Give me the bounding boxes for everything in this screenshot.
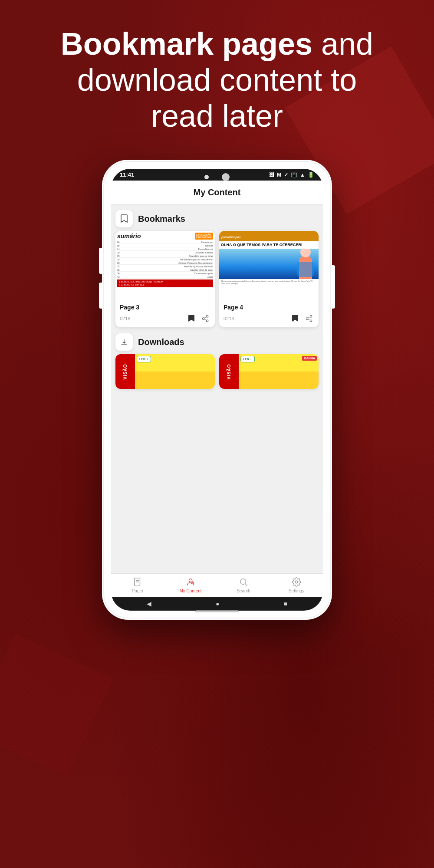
wifi-icon: ▲ (300, 172, 305, 178)
status-time: 11:41 (120, 171, 134, 178)
downloads-section-header: Downloads (115, 333, 319, 351)
settings-icon (292, 577, 301, 587)
page3-footer: 0218 (120, 313, 210, 324)
mag4-photo (219, 249, 319, 279)
back-btn[interactable]: ◀ (147, 600, 151, 607)
page4-bookmark-btn[interactable] (290, 313, 300, 324)
home-btn-android[interactable]: ● (216, 600, 219, 607)
mag3-promo: 1 BILHETE DOLPHIN EMOTIONS PREMIUM+ 20 B… (117, 279, 213, 287)
recents-btn[interactable]: ■ (284, 600, 287, 607)
mag3-row-1: 04Passatempo (117, 240, 213, 244)
page3-share-btn[interactable] (200, 313, 210, 324)
downloads-section: Downloads VISÃO LER+ (115, 333, 319, 389)
nav-search-label: Search (237, 589, 250, 593)
app-header: My Content (111, 181, 323, 205)
visao-label-2: VISÃO (227, 364, 231, 379)
mag3-row-7: 28Animais. Pequenos. Mas perigosos! (117, 261, 213, 265)
mag3-row-2: 08Notícias (117, 244, 213, 247)
mag3-row-11: 42Jogos (117, 275, 213, 279)
svg-line-6 (245, 584, 247, 586)
download-deco-1 (135, 372, 215, 389)
download-yellow-2: LER+ GANHA (239, 354, 319, 389)
visao-label-1: VISÃO (123, 364, 128, 379)
downloads-icon-container (115, 333, 133, 351)
page4-card[interactable]: passatempos OLHA O QUE TEMOS PARA TE OFE… (219, 231, 319, 327)
download-card-1[interactable]: VISÃO LER+ (115, 354, 215, 389)
paper-icon (133, 577, 142, 587)
bookmarks-card-grid: ESTA EDIÇÃOÉ INTERATIVA! sumário 04Passa… (115, 231, 319, 327)
page3-info: Page 3 0218 (115, 300, 215, 327)
nav-my-content[interactable]: My Content (164, 574, 217, 597)
mag3-row-3: 14Factos bizarros (117, 247, 213, 251)
volume-up-button (99, 248, 102, 274)
mag4-content: passatempos OLHA O QUE TEMOS PARA TE OFE… (219, 231, 319, 300)
mag4-life-vest (297, 262, 314, 277)
check-icon: ✓ (284, 172, 288, 178)
mag3-content: ESTA EDIÇÃOÉ INTERATIVA! sumário 04Passa… (115, 231, 215, 300)
download-yellow-1: LER+ (135, 354, 215, 389)
page4-thumbnail: passatempos OLHA O QUE TEMOS PARA TE OFE… (219, 231, 319, 300)
mag3-row-6: 26Há dobrados para os mais ativos? (117, 258, 213, 261)
page4-info: Page 4 0218 (219, 300, 319, 327)
share-icon-2 (305, 315, 313, 322)
page4-footer: 0218 (224, 313, 314, 324)
nav-paper[interactable]: Paper (111, 574, 164, 597)
download-icon (120, 337, 128, 347)
page3-id: 0218 (120, 316, 130, 321)
nav-my-content-label: My Content (179, 589, 201, 593)
phone-mockup: 11:41 🖼 M ✓ 📳 ▲ 🔋 My Content (0, 160, 434, 620)
page4-actions (290, 313, 314, 324)
page3-card[interactable]: ESTA EDIÇÃOÉ INTERATIVA! sumário 04Passa… (115, 231, 215, 327)
nav-settings-label: Settings (289, 589, 304, 593)
nav-search[interactable]: Search (217, 574, 270, 597)
page3-bookmark-btn[interactable] (186, 313, 197, 324)
volume-down-button (99, 283, 102, 309)
page4-share-btn[interactable] (304, 313, 314, 324)
ler-badge-1: LER+ (137, 356, 151, 362)
photo-icon: 🖼 (269, 172, 274, 178)
phone-body: 11:41 🖼 M ✓ 📳 ▲ 🔋 My Content (102, 160, 332, 620)
bookmark-icon (120, 214, 128, 224)
download-red-strip-2: VISÃO (219, 354, 239, 389)
gmail-icon: M (277, 172, 281, 178)
page4-label: Page 4 (224, 304, 314, 311)
download-card-2[interactable]: VISÃO LER+ GANHA (219, 354, 319, 389)
hero-section: Bookmark pages anddownload content torea… (0, 0, 434, 151)
bottom-nav: Paper My Content Searc (111, 573, 323, 597)
hero-bold-text: Bookmark pages (61, 26, 312, 61)
status-icons: 🖼 M ✓ 📳 ▲ 🔋 (269, 172, 314, 178)
nav-settings[interactable]: Settings (270, 574, 323, 597)
vibrate-icon: 📳 (291, 172, 297, 178)
download-red-strip-1: VISÃO (115, 354, 135, 389)
page3-actions (186, 313, 210, 324)
mag4-tag: passatempos (221, 236, 241, 239)
phone-screen: 11:41 🖼 M ✓ 📳 ▲ 🔋 My Content (111, 169, 323, 611)
ler-badge-2: LER+ (240, 356, 255, 362)
mag4-headline: OLHA O QUE TEMOS PARA TE OFERECER! (219, 241, 319, 248)
nav-paper-label: Paper (132, 589, 144, 593)
app-title: My Content (194, 187, 241, 197)
downloads-card-grid: VISÃO LER+ (115, 354, 319, 389)
page3-label: Page 3 (120, 304, 210, 311)
download-deco-2 (239, 372, 319, 389)
bookmark-filled-icon (188, 314, 195, 323)
bookmarks-section: Bookmarks ESTA EDIÇÃOÉ INTERATIVA! sumár… (115, 210, 319, 327)
ganha-badge: GANHA (302, 356, 317, 361)
mag3-row-10: 38Do território a praia (117, 272, 213, 275)
mag4-top-bar: passatempos (219, 231, 319, 241)
svg-point-5 (240, 579, 246, 585)
camera-lens (222, 173, 230, 181)
mag3-badge: ESTA EDIÇÃOÉ INTERATIVA! (195, 233, 213, 240)
home-pill (195, 610, 239, 612)
mag3-row-9: 36Saberes letras de papel (117, 268, 213, 272)
android-nav: ◀ ● ■ (111, 597, 323, 611)
camera-small-dot (204, 175, 209, 179)
page4-id: 0218 (224, 316, 234, 321)
search-icon (239, 577, 248, 587)
download-card-1-inner: VISÃO LER+ (115, 354, 215, 389)
share-icon (201, 315, 209, 322)
my-content-icon (186, 577, 195, 587)
mag3-row-8: 32Nutrição: Qual a tua vitamina? (117, 265, 213, 268)
bookmarks-icon-container (115, 210, 133, 227)
camera-area (204, 173, 230, 181)
